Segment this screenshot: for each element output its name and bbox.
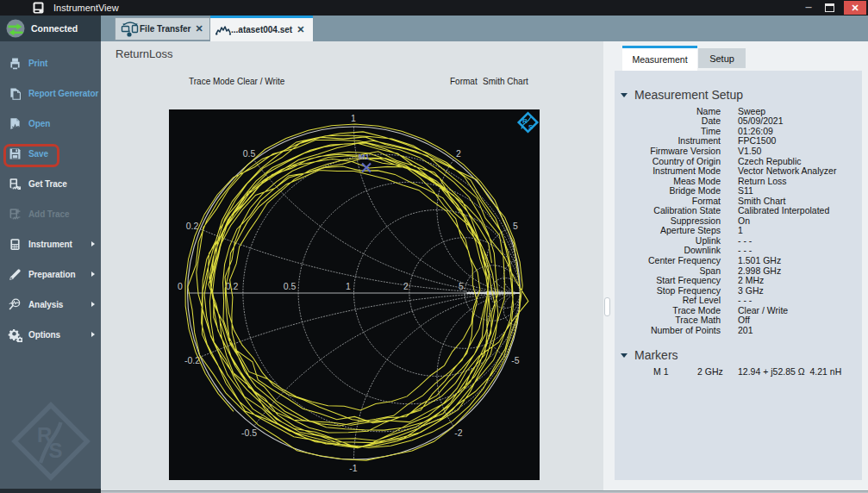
svg-text:0.5: 0.5: [284, 281, 297, 291]
svg-text:1: 1: [351, 113, 356, 123]
svg-text:0.2: 0.2: [226, 281, 239, 291]
svg-text:-2: -2: [454, 427, 462, 438]
svg-text:M1: M1: [359, 153, 370, 161]
svg-text:2: 2: [456, 148, 461, 159]
svg-text:5: 5: [459, 281, 464, 291]
svg-text:-0.5: -0.5: [241, 427, 257, 438]
svg-text:0.5: 0.5: [243, 148, 256, 159]
svg-text:0: 0: [178, 281, 183, 291]
svg-text:S: S: [528, 123, 534, 131]
svg-text:5: 5: [513, 221, 518, 231]
svg-text:-5: -5: [511, 355, 519, 365]
svg-text:0.2: 0.2: [186, 221, 199, 231]
svg-text:-1: -1: [349, 463, 357, 473]
svg-text:2: 2: [403, 281, 409, 291]
svg-text:1: 1: [346, 281, 351, 291]
